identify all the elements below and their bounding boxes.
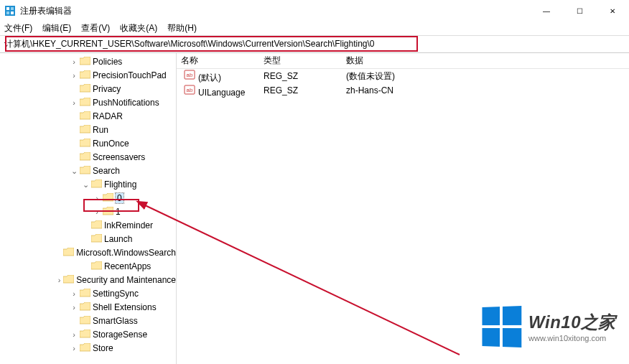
expander-icon[interactable]: ›: [69, 289, 79, 299]
reg-string-icon: ab: [184, 84, 195, 95]
tree-item[interactable]: RecentApps: [0, 259, 176, 273]
menu-file[interactable]: 文件(F): [4, 22, 32, 34]
tree-item-label: RunOnce: [93, 139, 129, 149]
expander-icon[interactable]: ›: [69, 98, 79, 108]
folder-icon: [79, 98, 90, 108]
tree-item[interactable]: ›Policies: [0, 55, 176, 68]
tree-item[interactable]: Launch: [0, 232, 176, 246]
tree-item-label: StorageSense: [93, 330, 147, 340]
tree-item[interactable]: SmartGlass: [0, 314, 176, 327]
folder-icon: [79, 70, 90, 80]
tree-item[interactable]: ›0: [0, 191, 176, 205]
tree-item[interactable]: ›Security and Maintenance: [0, 273, 176, 286]
folder-icon: [79, 84, 90, 94]
folder-icon: [90, 179, 102, 190]
minimize-button[interactable]: —: [530, 0, 563, 22]
folder-icon: [79, 139, 90, 149]
folder-icon: [79, 152, 90, 162]
menu-help[interactable]: 帮助(H): [167, 22, 197, 34]
tree-item[interactable]: Privacy: [0, 82, 176, 95]
tree-item-label: 0: [116, 193, 124, 203]
svg-rect-4: [11, 11, 14, 14]
folder-icon: [90, 261, 102, 271]
tree-item[interactable]: ⌄Flighting: [0, 177, 176, 191]
value-type: REG_SZ: [259, 85, 342, 95]
col-header-data[interactable]: 数据: [342, 55, 629, 67]
svg-text:ab: ab: [187, 87, 193, 93]
value-data: zh-Hans-CN: [342, 85, 629, 95]
tree-item[interactable]: InkReminder: [0, 218, 176, 232]
tree-item-label: PrecisionTouchPad: [93, 70, 167, 80]
tree-item-label: Security and Maintenance: [76, 275, 176, 285]
tree-item-label: Privacy: [93, 84, 121, 94]
svg-rect-2: [11, 7, 14, 10]
tree-item[interactable]: ›PrecisionTouchPad: [0, 68, 176, 82]
expander-icon[interactable]: ›: [69, 57, 79, 67]
tree-item-label: Screensavers: [93, 152, 145, 162]
tree-item[interactable]: RADAR: [0, 109, 176, 123]
value-name: ab(默认): [177, 69, 259, 84]
content-area: ›Policies›PrecisionTouchPadPrivacy›PushN…: [0, 53, 629, 364]
window-controls: — ☐ ✕: [530, 0, 629, 22]
tree-item[interactable]: ›Shell Extensions: [0, 300, 176, 314]
addressbar[interactable]: 计算机\HKEY_CURRENT_USER\Software\Microsoft…: [4, 38, 375, 50]
folder-icon: [79, 57, 90, 67]
tree-item[interactable]: Screensavers: [0, 150, 176, 164]
list-header: 名称 类型 数据: [177, 53, 629, 69]
tree-item[interactable]: ›Store: [0, 341, 176, 355]
expander-icon[interactable]: ›: [69, 330, 79, 340]
list-row[interactable]: ab(默认)REG_SZ(数值未设置): [177, 69, 629, 83]
tree-item-label: Store: [93, 343, 113, 353]
tree-item[interactable]: ›StorageSense: [0, 327, 176, 341]
tree-item-label: Run: [93, 125, 108, 135]
expander-icon[interactable]: ›: [69, 343, 79, 353]
folder-icon: [79, 289, 90, 299]
tree-item[interactable]: ›1: [0, 205, 176, 218]
expander-icon[interactable]: ›: [69, 302, 79, 312]
maximize-button[interactable]: ☐: [563, 0, 596, 22]
tree-item-label: SettingSync: [93, 289, 139, 299]
titlebar: 注册表编辑器 — ☐ ✕: [0, 0, 629, 22]
tree-item-label: Shell Extensions: [93, 302, 157, 312]
col-header-name[interactable]: 名称: [177, 55, 259, 67]
menu-edit[interactable]: 编辑(E): [42, 22, 71, 34]
expander-icon[interactable]: ›: [69, 70, 79, 80]
tree-item[interactable]: Run: [0, 123, 176, 136]
value-name: abUILanguage: [177, 84, 259, 98]
menu-view[interactable]: 查看(V): [81, 22, 110, 34]
tree-pane[interactable]: ›Policies›PrecisionTouchPadPrivacy›PushN…: [0, 53, 177, 364]
tree-item-label: Search: [93, 166, 120, 176]
tree-item[interactable]: Microsoft.WindowsSearch: [0, 246, 176, 259]
expander-icon[interactable]: ›: [55, 275, 63, 285]
tree-item-label: Flighting: [104, 179, 136, 190]
app-icon: [4, 5, 16, 17]
expander-icon[interactable]: ›: [92, 193, 102, 203]
folder-icon: [79, 166, 90, 176]
tree-item-label: SmartGlass: [93, 316, 138, 326]
col-header-type[interactable]: 类型: [259, 55, 342, 67]
value-data: (数值未设置): [342, 70, 629, 83]
folder-icon: [79, 343, 90, 353]
tree-item-label: RADAR: [93, 111, 123, 121]
tree-item-label: Microsoft.WindowsSearch: [76, 248, 176, 258]
expander-icon[interactable]: ›: [92, 207, 102, 217]
close-button[interactable]: ✕: [596, 0, 629, 22]
value-type: REG_SZ: [259, 71, 342, 81]
tree-item[interactable]: ⌄Search: [0, 164, 176, 177]
folder-icon: [90, 220, 102, 230]
tree-item[interactable]: RunOnce: [0, 136, 176, 150]
svg-rect-1: [6, 7, 9, 10]
expander-icon[interactable]: ⌄: [69, 166, 79, 176]
list-pane[interactable]: 名称 类型 数据 ab(默认)REG_SZ(数值未设置)abUILanguage…: [177, 53, 629, 364]
menu-favorites[interactable]: 收藏夹(A): [120, 22, 157, 34]
expander-icon[interactable]: ⌄: [80, 179, 90, 190]
tree-item[interactable]: ›SettingSync: [0, 286, 176, 300]
addressbar-container: 计算机\HKEY_CURRENT_USER\Software\Microsoft…: [0, 36, 629, 53]
tree-item-label: Policies: [93, 57, 122, 67]
folder-icon: [79, 330, 90, 340]
list-row[interactable]: abUILanguageREG_SZzh-Hans-CN: [177, 83, 629, 98]
tree-item[interactable]: ›PushNotifications: [0, 95, 176, 109]
tree-item-label: RecentApps: [104, 261, 151, 271]
tree-item-label: Launch: [104, 234, 132, 244]
folder-icon: [63, 248, 74, 258]
